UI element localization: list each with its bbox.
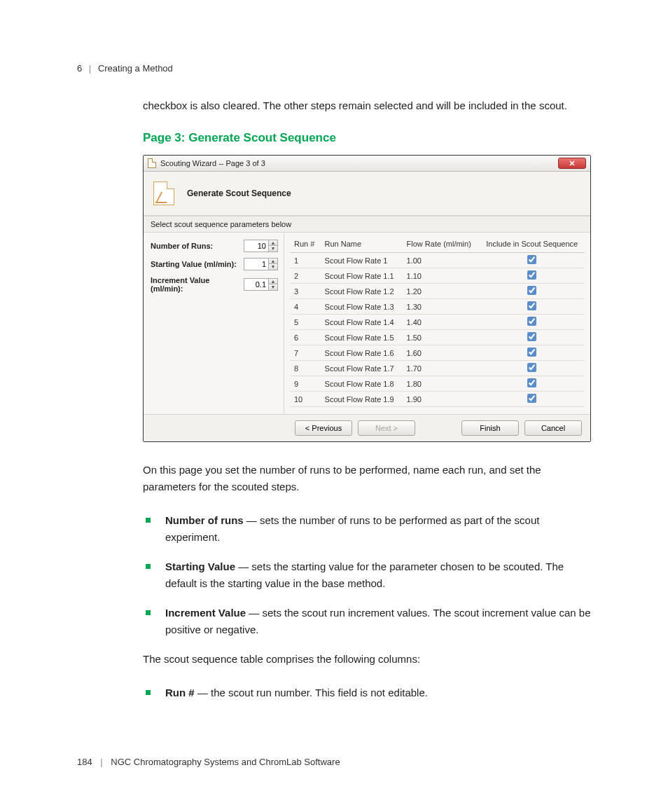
cell-run-name[interactable]: Scout Flow Rate 1 bbox=[321, 253, 403, 268]
cell-include bbox=[479, 361, 585, 376]
cell-run-number: 9 bbox=[290, 376, 321, 392]
columns-bullet-list: Run # — the scout run number. This field… bbox=[143, 684, 591, 701]
cell-flow-rate[interactable]: 1.00 bbox=[403, 253, 480, 268]
cell-flow-rate[interactable]: 1.90 bbox=[403, 392, 480, 407]
parameters-panel: Number of Runs: ▲▼ Starting Value (ml/mi… bbox=[144, 233, 284, 414]
close-icon bbox=[569, 160, 576, 167]
previous-button[interactable]: < Previous bbox=[295, 420, 352, 436]
bullet-term: Number of runs bbox=[165, 514, 244, 526]
include-checkbox[interactable] bbox=[527, 394, 536, 403]
cell-run-name[interactable]: Scout Flow Rate 1.4 bbox=[321, 315, 403, 330]
cell-flow-rate[interactable]: 1.10 bbox=[403, 268, 480, 284]
cell-flow-rate[interactable]: 1.70 bbox=[403, 361, 480, 376]
intro-paragraph: checkbox is also cleared. The other step… bbox=[143, 97, 591, 114]
spinner-up-icon[interactable]: ▲ bbox=[269, 240, 277, 246]
include-checkbox[interactable] bbox=[527, 363, 536, 372]
cell-run-name[interactable]: Scout Flow Rate 1.6 bbox=[321, 345, 403, 361]
cell-run-number: 5 bbox=[290, 315, 321, 330]
cell-flow-rate[interactable]: 1.80 bbox=[403, 376, 480, 392]
spinner-down-icon[interactable]: ▼ bbox=[269, 284, 277, 290]
spinner-down-icon[interactable]: ▼ bbox=[269, 264, 277, 270]
parameter-bullet-list: Number of runs — sets the number of runs… bbox=[143, 512, 591, 638]
window-titlebar: Scouting Wizard -- Page 3 of 3 bbox=[144, 156, 590, 172]
include-checkbox[interactable] bbox=[527, 332, 536, 341]
starting-value-spinner[interactable]: ▲▼ bbox=[244, 258, 278, 270]
window-title: Scouting Wizard -- Page 3 of 3 bbox=[160, 159, 265, 167]
include-checkbox[interactable] bbox=[527, 255, 536, 264]
cell-include bbox=[479, 315, 585, 330]
list-item: Run # — the scout run number. This field… bbox=[143, 684, 591, 701]
col-run-number: Run # bbox=[290, 237, 321, 253]
cell-include bbox=[479, 299, 585, 315]
table-row: 9Scout Flow Rate 1.81.80 bbox=[290, 376, 585, 392]
number-of-runs-spinner[interactable]: ▲▼ bbox=[244, 240, 278, 252]
cell-run-name[interactable]: Scout Flow Rate 1.5 bbox=[321, 330, 403, 345]
cell-include bbox=[479, 330, 585, 345]
increment-value-label: Increment Value (ml/min): bbox=[151, 276, 244, 293]
cell-include bbox=[479, 253, 585, 268]
list-item: Starting Value — sets the starting value… bbox=[143, 558, 591, 592]
starting-value-label: Starting Value (ml/min): bbox=[151, 260, 244, 268]
wizard-page-icon bbox=[153, 181, 174, 205]
include-checkbox[interactable] bbox=[527, 347, 536, 357]
cell-include bbox=[479, 268, 585, 284]
cell-run-name[interactable]: Scout Flow Rate 1.1 bbox=[321, 268, 403, 284]
cell-run-number: 2 bbox=[290, 268, 321, 284]
include-checkbox[interactable] bbox=[527, 286, 536, 295]
cell-run-number: 6 bbox=[290, 330, 321, 345]
cell-run-number: 3 bbox=[290, 284, 321, 299]
document-icon bbox=[148, 158, 156, 168]
table-row: 4Scout Flow Rate 1.31.30 bbox=[290, 299, 585, 315]
col-include: Include in Scout Sequence bbox=[479, 237, 585, 253]
include-checkbox[interactable] bbox=[527, 378, 536, 387]
cell-run-name[interactable]: Scout Flow Rate 1.8 bbox=[321, 376, 403, 392]
cell-run-name[interactable]: Scout Flow Rate 1.9 bbox=[321, 392, 403, 407]
cell-flow-rate[interactable]: 1.20 bbox=[403, 284, 480, 299]
page-footer: 184 | NGC Chromatography Systems and Chr… bbox=[77, 757, 340, 767]
table-row: 6Scout Flow Rate 1.51.50 bbox=[290, 330, 585, 345]
spinner-up-icon[interactable]: ▲ bbox=[269, 259, 277, 264]
cell-run-name[interactable]: Scout Flow Rate 1.2 bbox=[321, 284, 403, 299]
cell-run-name[interactable]: Scout Flow Rate 1.3 bbox=[321, 299, 403, 315]
finish-button[interactable]: Finish bbox=[461, 420, 519, 436]
cancel-button[interactable]: Cancel bbox=[524, 420, 582, 436]
close-button[interactable] bbox=[558, 158, 586, 169]
running-header: 6 | Creating a Method bbox=[77, 63, 591, 74]
scout-sequence-table: Run # Run Name Flow Rate (ml/min) Includ… bbox=[290, 237, 585, 407]
page-number: 184 bbox=[77, 757, 92, 767]
cell-flow-rate[interactable]: 1.30 bbox=[403, 299, 480, 315]
increment-value-input[interactable] bbox=[244, 280, 268, 289]
cell-flow-rate[interactable]: 1.40 bbox=[403, 315, 480, 330]
wizard-button-row: < Previous Next > Finish Cancel bbox=[144, 414, 590, 441]
cell-flow-rate[interactable]: 1.60 bbox=[403, 345, 480, 361]
cell-flow-rate[interactable]: 1.50 bbox=[403, 330, 480, 345]
columns-intro-paragraph: The scout sequence table comprises the f… bbox=[143, 651, 591, 668]
spinner-up-icon[interactable]: ▲ bbox=[269, 279, 277, 284]
spinner-down-icon[interactable]: ▼ bbox=[269, 246, 277, 252]
footer-title: NGC Chromatography Systems and ChromLab … bbox=[111, 757, 340, 767]
cell-run-name[interactable]: Scout Flow Rate 1.7 bbox=[321, 361, 403, 376]
col-flow-rate: Flow Rate (ml/min) bbox=[403, 237, 480, 253]
cell-include bbox=[479, 376, 585, 392]
include-checkbox[interactable] bbox=[527, 270, 536, 280]
wizard-subheading: Select scout sequence parameters below bbox=[144, 216, 590, 233]
table-row: 5Scout Flow Rate 1.41.40 bbox=[290, 315, 585, 330]
starting-value-input[interactable] bbox=[244, 259, 268, 269]
number-of-runs-input[interactable] bbox=[244, 241, 268, 251]
wizard-banner-title: Generate Scout Sequence bbox=[187, 188, 291, 198]
list-item: Increment Value — sets the scout run inc… bbox=[143, 605, 591, 638]
table-header-row: Run # Run Name Flow Rate (ml/min) Includ… bbox=[290, 237, 585, 253]
table-row: 8Scout Flow Rate 1.71.70 bbox=[290, 361, 585, 376]
list-item: Number of runs — sets the number of runs… bbox=[143, 512, 591, 546]
include-checkbox[interactable] bbox=[527, 301, 536, 310]
wizard-banner: Generate Scout Sequence bbox=[144, 172, 590, 216]
cell-run-number: 8 bbox=[290, 361, 321, 376]
cell-run-number: 10 bbox=[290, 392, 321, 407]
increment-value-spinner[interactable]: ▲▼ bbox=[244, 278, 278, 291]
separator: | bbox=[100, 757, 102, 767]
table-row: 1Scout Flow Rate 11.00 bbox=[290, 253, 585, 268]
cell-include bbox=[479, 284, 585, 299]
section-heading: Page 3: Generate Scout Sequence bbox=[143, 131, 591, 145]
include-checkbox[interactable] bbox=[527, 317, 536, 326]
number-of-runs-label: Number of Runs: bbox=[151, 242, 244, 250]
